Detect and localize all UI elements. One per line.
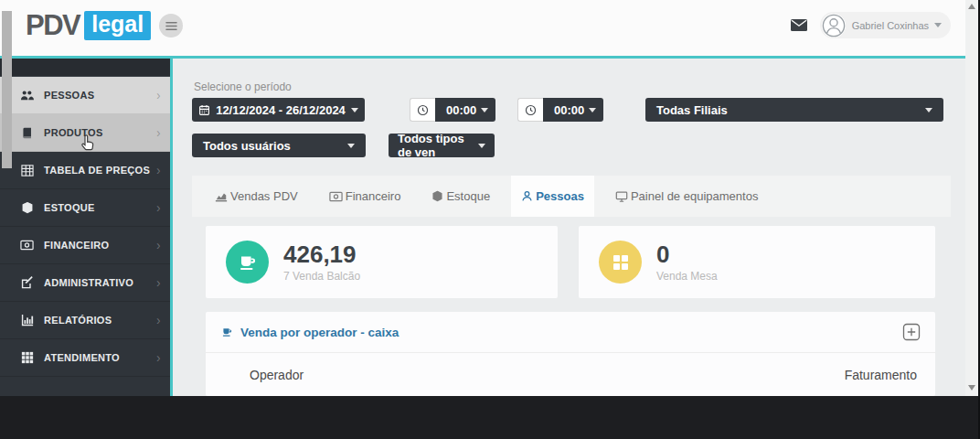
- date-range-value: 12/12/2024 - 26/12/2024: [216, 103, 346, 117]
- table-icon: [20, 164, 34, 177]
- period-label: Selecione o período: [194, 80, 292, 93]
- messages-button[interactable]: [791, 19, 807, 31]
- caret-down-icon: [347, 144, 355, 148]
- sidebar-item-label: TABELA DE PREÇOS: [44, 165, 156, 176]
- area-chart-icon: [215, 190, 228, 203]
- sidebar-item-atendimento[interactable]: ATENDIMENTO ›: [0, 339, 170, 377]
- sidebar-item-label: ESTOQUE: [44, 202, 156, 213]
- panel-title-text: Venda por operador - caixa: [240, 326, 399, 339]
- cube-icon: [431, 190, 443, 202]
- tab-financeiro[interactable]: Financeiro: [319, 176, 411, 217]
- money-icon: [20, 239, 34, 252]
- users-icon: [20, 89, 34, 102]
- cube-icon: [20, 201, 34, 215]
- sidebar-item-tabela-de-precos[interactable]: TABELA DE PREÇOS ›: [0, 152, 170, 189]
- sidebar-item-administrativo[interactable]: ADMINISTRATIVO ›: [0, 264, 170, 302]
- sidebar-item-relatorios[interactable]: RELATÓRIOS ›: [0, 302, 170, 339]
- sale-types-value: Todos tipos de ven: [398, 132, 472, 159]
- column-header-operador: Operador: [250, 368, 304, 382]
- card-subtitle: Venda Mesa: [656, 270, 718, 283]
- sidebar-item-label: ATENDIMENTO: [44, 352, 156, 363]
- sales-by-operator-panel: Venda por operador - caixa Operador Fatu…: [206, 312, 935, 396]
- scroll-down-icon[interactable]: [968, 385, 975, 391]
- monitor-icon: [615, 190, 628, 203]
- chevron-right-icon: ›: [156, 201, 161, 214]
- chevron-right-icon: ›: [156, 276, 161, 289]
- caret-down-icon: [478, 144, 485, 148]
- date-range-picker[interactable]: 12/12/2024 - 26/12/2024: [192, 98, 365, 122]
- time-start-value: 00:00: [446, 103, 476, 117]
- book-icon: [20, 126, 34, 140]
- users-select[interactable]: Todos usuários: [192, 134, 366, 157]
- main-content: Selecione o período 12/12/2024 - 26/12/2…: [173, 59, 965, 396]
- tab-label: Estoque: [446, 189, 490, 203]
- brand-logo-primary: PDV: [26, 9, 80, 42]
- coffee-cup-icon: [226, 241, 269, 284]
- time-start-select[interactable]: 00:00: [435, 98, 495, 122]
- sidebar-item-label: RELATÓRIOS: [44, 315, 156, 326]
- scroll-up-icon[interactable]: [968, 4, 975, 9]
- sidebar-item-pessoas[interactable]: PESSOAS ›: [0, 77, 170, 114]
- grid-2x2-icon: [599, 241, 642, 284]
- clock-icon: [410, 98, 435, 122]
- envelope-icon: [791, 19, 807, 31]
- user-menu[interactable]: Gabriel Coxinhas: [820, 12, 951, 38]
- user-name: Gabriel Coxinhas: [852, 20, 929, 31]
- card-subtitle: 7 Venda Balcão: [283, 270, 360, 283]
- column-header-faturamento: Faturamento: [845, 368, 917, 382]
- money-icon: [329, 191, 343, 202]
- bottom-bar: [0, 396, 980, 439]
- caret-down-icon: [351, 108, 358, 112]
- time-start-group: 00:00: [410, 98, 495, 122]
- card-value: 426,19: [283, 241, 360, 268]
- tab-painel-de-equipamentos[interactable]: Painel de equipamentos: [605, 176, 769, 217]
- person-icon: [521, 190, 533, 202]
- sidebar-item-financeiro[interactable]: FINANCEIRO ›: [0, 227, 170, 264]
- time-end-group: 00:00: [517, 98, 603, 122]
- time-end-select[interactable]: 00:00: [543, 98, 603, 122]
- panel-title: Venda por operador - caixa: [220, 326, 399, 339]
- chevron-right-icon: ›: [156, 351, 161, 364]
- plus-square-icon: [902, 323, 921, 341]
- avatar: [822, 14, 846, 37]
- calendar-icon: [198, 104, 210, 116]
- sidebar-item-label: ADMINISTRATIVO: [44, 277, 156, 288]
- chevron-right-icon: ›: [156, 89, 161, 102]
- caret-down-icon: [481, 108, 488, 112]
- expand-panel-button[interactable]: [901, 323, 921, 342]
- card-value: 0: [656, 241, 718, 268]
- edit-icon: [20, 276, 34, 290]
- page-scrollbar[interactable]: [965, 0, 978, 396]
- coffee-cup-icon: [220, 326, 234, 338]
- sidebar-nav: PESSOAS › PRODUTOS › TABELA DE PREÇOS › …: [0, 59, 173, 396]
- chevron-right-icon: ›: [156, 314, 161, 327]
- branches-select[interactable]: Todas Filiais: [645, 98, 943, 122]
- tab-label: Financeiro: [346, 189, 401, 203]
- tab-estoque[interactable]: Estoque: [421, 176, 500, 217]
- tab-vendas-pdv[interactable]: Vendas PDV: [205, 176, 308, 217]
- sidebar-item-estoque[interactable]: ESTOQUE ›: [0, 189, 170, 227]
- caret-down-icon: [925, 108, 932, 112]
- branches-value: Todas Filiais: [656, 103, 728, 117]
- card-venda-mesa: 0 Venda Mesa: [579, 226, 935, 298]
- tab-pessoas[interactable]: Pessoas: [511, 176, 594, 217]
- chevron-right-icon: ›: [156, 126, 161, 139]
- sidebar-item-label: PESSOAS: [44, 90, 156, 101]
- bar-chart-icon: [20, 314, 34, 327]
- brand-logo: PDV legal: [26, 9, 151, 42]
- tab-label: Painel de equipamentos: [631, 189, 759, 203]
- sidebar-item-produtos[interactable]: PRODUTOS ›: [0, 114, 170, 152]
- users-value: Todos usuários: [203, 139, 291, 153]
- time-end-value: 00:00: [554, 103, 584, 117]
- dashboard-tabs: Vendas PDV Financeiro Estoque Pessoas: [192, 176, 951, 217]
- chevron-down-icon: [934, 23, 942, 27]
- clock-icon: [517, 98, 543, 122]
- caret-down-icon: [589, 108, 596, 112]
- chevron-right-icon: ›: [156, 164, 161, 177]
- card-venda-balcao: 426,19 7 Venda Balcão: [206, 226, 558, 298]
- scrollbar-thumb[interactable]: [2, 11, 12, 168]
- sidebar-item-partial[interactable]: [0, 59, 170, 77]
- sale-types-select[interactable]: Todos tipos de ven: [389, 134, 495, 157]
- sidebar-toggle-button[interactable]: [159, 14, 183, 37]
- grid-icon: [20, 351, 34, 365]
